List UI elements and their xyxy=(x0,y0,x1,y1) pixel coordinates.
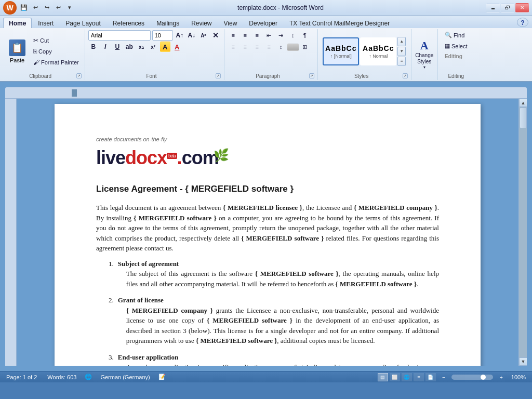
bullets-button[interactable]: ≡ xyxy=(228,30,239,41)
zoom-slider[interactable] xyxy=(451,375,493,380)
section-3-content: An end-user application is a specific ap… xyxy=(126,362,439,366)
copy-icon: ⎘ xyxy=(33,48,37,55)
undo2-qat-button[interactable]: ↩ xyxy=(53,3,63,13)
zoom-thumb[interactable] xyxy=(481,375,486,380)
outline-view-button[interactable]: ≡ xyxy=(414,373,424,381)
page-info[interactable]: Page: 1 of 2 xyxy=(4,374,39,381)
superscript-button[interactable]: x² xyxy=(148,42,158,52)
paste-button[interactable]: 📋 Paste xyxy=(5,30,29,72)
minimize-button[interactable]: 🗕 xyxy=(486,3,500,12)
paste-label: Paste xyxy=(10,57,24,63)
paragraph-expand-button[interactable]: ↗ xyxy=(309,73,314,78)
track-changes-icon: 📝 xyxy=(158,374,166,380)
show-para-button[interactable]: ¶ xyxy=(299,30,311,41)
styles-scroll-down-button[interactable]: ▼ xyxy=(397,47,406,56)
tab-developer[interactable]: Developer xyxy=(243,18,283,28)
document-scroll-area[interactable]: create documents on-the-fly livedocxbeta… xyxy=(17,99,518,366)
font-grow-button[interactable]: A↑ xyxy=(175,30,185,41)
word-count[interactable]: Words: 603 xyxy=(45,374,78,381)
tab-tx-mailmerge[interactable]: TX Text Control MailMerge Designer xyxy=(284,18,395,28)
sort-button[interactable]: ↕ xyxy=(287,30,299,41)
increase-indent-button[interactable]: ⇥ xyxy=(275,30,287,41)
justify-button[interactable]: ≡ xyxy=(263,42,275,52)
zoom-minus-button[interactable]: − xyxy=(440,374,447,381)
close-button[interactable]: ✕ xyxy=(515,3,529,12)
numbering-button[interactable]: ≡ xyxy=(240,30,251,41)
decrease-indent-button[interactable]: ⇤ xyxy=(263,30,275,41)
change-styles-content: A ChangeStyles ▾ xyxy=(415,30,434,78)
font-shrink-button[interactable]: A↓ xyxy=(187,30,197,41)
styles-label-row: Styles ↗ xyxy=(321,72,408,79)
borders-button[interactable]: ⊞ xyxy=(299,42,311,52)
tab-insert[interactable]: Insert xyxy=(32,18,59,28)
scroll-down-arrow[interactable]: ▼ xyxy=(519,357,527,366)
full-screen-view-button[interactable]: ⬜ xyxy=(390,373,400,381)
ribbon-body: 📋 Paste ✂ Cut ⎘ Copy 🖌 Format Painter C xyxy=(0,28,532,82)
multilevel-button[interactable]: ≡ xyxy=(251,30,263,41)
align-center-button[interactable]: ≡ xyxy=(240,42,251,52)
copy-button[interactable]: ⎘ Copy xyxy=(31,46,82,57)
style-default-item[interactable]: AaBbCc ↑ Normal xyxy=(360,37,396,65)
cut-button[interactable]: ✂ Cut xyxy=(31,35,82,46)
font-label: Font xyxy=(88,73,215,79)
shading-button[interactable] xyxy=(287,44,299,51)
zoom-level[interactable]: 100% xyxy=(509,374,528,381)
italic-button[interactable]: I xyxy=(100,42,111,52)
section-1-row: 1. Subject of agreement The subject of t… xyxy=(109,259,439,289)
format-painter-button[interactable]: 🖌 Format Painter xyxy=(31,57,82,68)
scroll-up-arrow[interactable]: ▲ xyxy=(519,99,527,107)
strikethrough-button[interactable]: ab xyxy=(124,42,135,52)
scroll-track[interactable] xyxy=(519,107,527,357)
draft-view-button[interactable]: 📄 xyxy=(425,373,436,381)
language-info[interactable]: German (Germany) xyxy=(98,374,152,381)
more-qat-button[interactable]: ▾ xyxy=(64,3,75,13)
font-color-button[interactable]: A xyxy=(172,42,182,52)
styles-expand-button[interactable]: ↗ xyxy=(403,73,407,78)
tab-review[interactable]: Review xyxy=(185,18,217,28)
change-styles-label: ChangeStyles xyxy=(415,52,433,65)
web-layout-view-button[interactable]: 🌐 xyxy=(402,373,412,381)
align-right-button[interactable]: ≡ xyxy=(251,42,263,52)
style-normal-item[interactable]: AaBbCc ↑ [Normal] xyxy=(323,37,359,65)
title-text: template.docx - Microsoft Word xyxy=(75,4,486,11)
highlight-button[interactable]: A xyxy=(160,42,170,52)
help-tab-button[interactable]: ? xyxy=(517,18,528,27)
tab-references[interactable]: References xyxy=(107,18,150,28)
redo-qat-button[interactable]: ↪ xyxy=(42,3,52,13)
find-button[interactable]: 🔍 Find xyxy=(442,30,467,40)
maximize-button[interactable]: 🗗 xyxy=(501,3,514,12)
select-button[interactable]: ▦ Select xyxy=(442,41,470,51)
subscript-button[interactable]: x₂ xyxy=(136,42,147,52)
vertical-scrollbar[interactable]: ▲ ▼ xyxy=(518,99,527,366)
align-left-button[interactable]: ≡ xyxy=(228,42,239,52)
font-expand-button[interactable]: ↗ xyxy=(216,73,221,78)
change-case-button[interactable]: Aᵃ xyxy=(198,30,209,41)
underline-button[interactable]: U xyxy=(112,42,123,52)
print-layout-view-button[interactable]: ▤ xyxy=(378,373,388,381)
ruler-marker-left xyxy=(72,89,77,97)
save-qat-button[interactable]: 💾 xyxy=(19,3,29,13)
font-name-input[interactable] xyxy=(88,30,151,41)
tab-view[interactable]: View xyxy=(218,18,243,28)
tab-page-layout[interactable]: Page Layout xyxy=(60,18,106,28)
scroll-thumb[interactable] xyxy=(520,108,527,128)
clipboard-expand-button[interactable]: ↗ xyxy=(76,73,81,78)
tab-home[interactable]: Home xyxy=(3,18,32,28)
font-size-input[interactable] xyxy=(152,30,173,41)
line-spacing-button[interactable]: ↕ xyxy=(275,42,287,52)
zoom-plus-button[interactable]: + xyxy=(497,374,504,381)
styles-scroll-up-button[interactable]: ▲ xyxy=(397,37,406,46)
quick-access-toolbar: 💾 ↩ ↪ ↩ ▾ xyxy=(19,3,75,13)
section-1-title: Subject of agreement xyxy=(118,259,439,269)
tab-mailings[interactable]: Mailings xyxy=(151,18,185,28)
document-page[interactable]: create documents on-the-fly livedocxbeta… xyxy=(55,104,481,366)
styles-more-button[interactable]: ≡ xyxy=(397,57,406,66)
office-button[interactable]: W xyxy=(3,1,17,15)
language-flag-icon: 🌐 xyxy=(85,374,92,380)
clear-formatting-button[interactable]: ✕ xyxy=(210,30,221,41)
section-2-software-field: { MERGEFIELD software } xyxy=(207,316,292,324)
section-3-italic: end-user application xyxy=(137,363,194,366)
bold-button[interactable]: B xyxy=(88,42,99,52)
change-styles-button[interactable]: A ChangeStyles ▾ xyxy=(415,40,434,68)
undo-qat-button[interactable]: ↩ xyxy=(30,3,41,13)
